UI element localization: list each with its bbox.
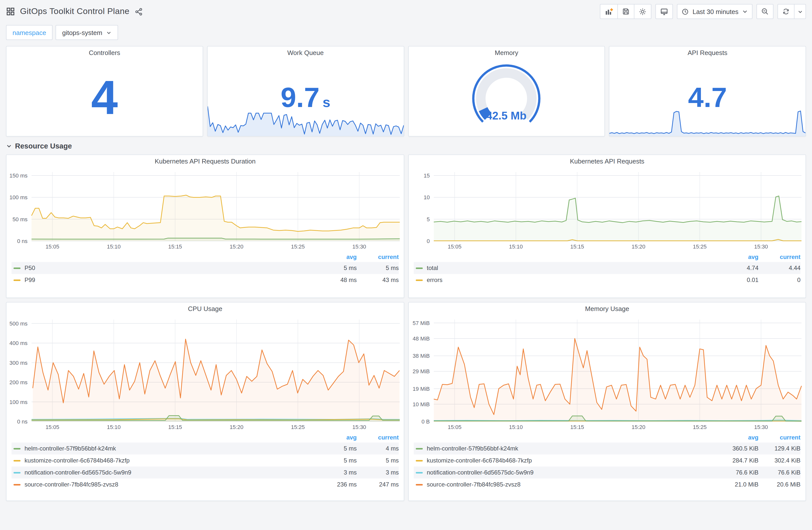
series-label: helm-controller-57f9b56bbf-k24mk [427, 442, 518, 455]
legend-row[interactable]: errors0.010 [414, 274, 800, 286]
svg-text:29 MiB: 29 MiB [413, 368, 430, 374]
panel-title[interactable]: Controllers [6, 46, 203, 59]
svg-text:15:10: 15:10 [509, 244, 523, 250]
series-current-value: 76.6 KiB [758, 467, 800, 479]
work-queue-value: 9.7s [208, 84, 404, 112]
legend-row[interactable]: helm-controller-57f9b56bbf-k24mk5 ms4 ms [12, 442, 399, 455]
legend-column-avg[interactable]: avg [719, 252, 758, 262]
cycle-view-mode-button[interactable] [655, 4, 673, 19]
legend-column-avg[interactable]: avg [317, 432, 357, 442]
series-label: source-controller-7fb84fc985-zvsz8 [427, 479, 521, 490]
svg-text:15:15: 15:15 [168, 424, 182, 430]
svg-text:100 ms: 100 ms [10, 194, 28, 201]
series-color-dash [416, 460, 423, 461]
series-avg-value: 5 ms [317, 455, 357, 467]
zoom-out-button[interactable] [756, 4, 773, 19]
series-color-dash [416, 472, 423, 473]
chart-plot[interactable]: 05101515:0515:1015:1515:2015:2515:30 [409, 168, 806, 251]
svg-text:15:30: 15:30 [352, 244, 366, 250]
time-range-picker[interactable]: Last 30 minutes [677, 4, 752, 19]
series-current-value: 20.6 MiB [758, 479, 800, 490]
panel-title[interactable]: API Requests [610, 46, 806, 59]
panel-title[interactable]: Memory [408, 46, 605, 59]
svg-text:150 ms: 150 ms [10, 173, 28, 179]
svg-text:500 ms: 500 ms [10, 321, 28, 327]
legend-row[interactable]: P9948 ms43 ms [12, 274, 399, 286]
legend-row[interactable]: P505 ms5 ms [12, 262, 399, 274]
svg-text:10 MiB: 10 MiB [413, 401, 430, 408]
legend-column-avg[interactable]: avg [719, 432, 758, 442]
legend-row[interactable]: kustomize-controller-6c6784b468-7kzfp5 m… [12, 455, 399, 467]
svg-text:300 ms: 300 ms [10, 360, 28, 366]
series-color-dash [14, 267, 20, 269]
svg-text:15:05: 15:05 [45, 244, 59, 250]
add-panel-button[interactable] [600, 4, 618, 19]
panel-title[interactable]: CPU Usage [6, 303, 404, 315]
dashboard-grid-icon [6, 7, 15, 16]
chevron-down-icon [742, 9, 748, 15]
panel-memory: Memory 42.5 Mb [408, 46, 605, 136]
memory-gauge: 42.5 Mb [408, 60, 605, 133]
series-label: P50 [25, 262, 35, 274]
svg-text:15:10: 15:10 [107, 244, 120, 250]
series-color-dash [14, 448, 20, 449]
dashboard-settings-button[interactable] [634, 4, 651, 19]
panel-cpu-usage: CPU Usage 0 ns100 ms200 ms300 ms400 ms50… [6, 302, 404, 501]
legend-column-current[interactable]: current [357, 432, 399, 442]
legend-row[interactable]: notification-controller-6d56575dc-5w9n93… [12, 467, 399, 479]
legend-column-current[interactable]: current [758, 252, 800, 262]
series-avg-value: 5 ms [317, 442, 357, 455]
panel-title[interactable]: Work Queue [208, 46, 404, 59]
legend-row[interactable]: total4.744.44 [414, 262, 800, 274]
svg-text:5: 5 [427, 216, 430, 222]
refresh-icon [782, 8, 790, 15]
chart-plot[interactable]: 0 ns50 ms100 ms150 ms15:0515:1015:1515:2… [6, 168, 404, 251]
series-avg-value: 5 ms [317, 262, 357, 274]
legend-column-avg[interactable]: avg [317, 252, 357, 262]
panel-work-queue: Work Queue 9.7s [207, 46, 404, 136]
svg-text:200 ms: 200 ms [10, 379, 28, 385]
svg-text:19 MiB: 19 MiB [413, 386, 430, 392]
share-icon[interactable] [134, 7, 143, 16]
chart-plot[interactable]: 0 B10 MiB19 MiB29 MiB38 MiB48 MiB57 MiB1… [409, 315, 806, 431]
legend-row[interactable]: source-controller-7fb84fc985-zvsz8236 ms… [12, 479, 399, 490]
legend-row[interactable]: kustomize-controller-6c6784b468-7kzfp284… [414, 455, 800, 467]
panel-title[interactable]: Memory Usage [409, 303, 806, 315]
svg-text:15:30: 15:30 [754, 424, 768, 430]
save-dashboard-button[interactable] [618, 4, 634, 19]
legend-row[interactable]: notification-controller-6d56575dc-5w9n97… [414, 467, 800, 479]
section-resource-usage[interactable]: Resource Usage [6, 137, 806, 154]
chart-legend: avgcurrenthelm-controller-57f9b56bbf-k24… [409, 431, 806, 492]
series-current-value: 302.4 KiB [758, 455, 800, 467]
legend-row[interactable]: source-controller-7fb84fc985-zvsz821.0 M… [414, 479, 800, 490]
series-current-value: 5 ms [357, 455, 399, 467]
svg-text:0 ns: 0 ns [17, 238, 28, 244]
svg-text:48 MiB: 48 MiB [413, 336, 430, 342]
panel-title[interactable]: Kubernetes API Requests Duration [6, 155, 404, 168]
variable-value-dropdown[interactable]: gitops-system [56, 25, 118, 40]
series-color-dash [416, 484, 423, 485]
legend-column-current[interactable]: current [758, 432, 800, 442]
refresh-interval-button[interactable] [794, 4, 806, 19]
monitor-icon [660, 7, 668, 16]
svg-text:15:20: 15:20 [230, 244, 243, 250]
series-current-value: 3 ms [357, 467, 399, 479]
series-avg-value: 21.0 MiB [719, 479, 758, 490]
panel-title[interactable]: Kubernetes API Requests [409, 155, 806, 168]
series-color-dash [416, 279, 423, 281]
series-current-value: 0 [758, 274, 800, 286]
legend-row[interactable]: helm-controller-57f9b56bbf-k24mk360.5 Ki… [414, 442, 800, 455]
svg-text:15:05: 15:05 [448, 244, 462, 250]
page-title: GitOps Toolkit Control Plane [20, 6, 130, 16]
legend-column-current[interactable]: current [357, 252, 399, 262]
grafana-dashboard: GitOps Toolkit Control Plane [0, 0, 812, 530]
chevron-down-icon [6, 143, 12, 149]
refresh-button[interactable] [778, 4, 795, 19]
series-current-value: 5 ms [357, 262, 399, 274]
chevron-down-icon [106, 30, 112, 35]
chart-plot[interactable]: 0 ns100 ms200 ms300 ms400 ms500 ms15:051… [6, 315, 404, 431]
series-avg-value: 3 ms [317, 467, 357, 479]
section-title: Resource Usage [15, 142, 72, 150]
gauge-value: 42.5 Mb [486, 109, 526, 121]
svg-text:15:20: 15:20 [632, 424, 646, 430]
